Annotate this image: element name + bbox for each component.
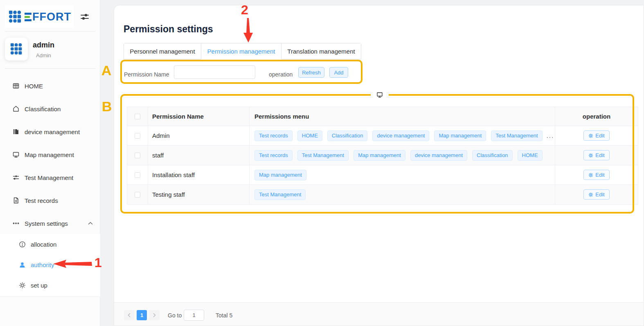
sidebar-item-classification[interactable]: Classification [0,97,100,120]
sidebar-item-map-management[interactable]: Map management [0,143,100,166]
page-title: Permission settings [124,24,213,35]
edit-button-label: Edit [595,152,604,158]
gear-icon [588,173,593,178]
sidebar-item-label: Classification [25,106,61,112]
sidebar-item-label: allocation [31,241,56,248]
select-all-checkbox[interactable] [135,114,140,119]
sidebar-item-device-management[interactable]: device management [0,120,100,143]
permission-tag: Test Management [297,150,349,161]
permission-tag: Test Management [254,189,306,200]
effort-logo-icon [8,10,22,24]
row-checkbox[interactable] [135,192,140,198]
refresh-button[interactable]: Refresh [298,67,324,78]
sidebar-item-authority[interactable]: authority [0,254,100,275]
sidebar-item-system-settings[interactable]: System settings [0,212,100,235]
user-name: admin [33,41,54,49]
operation-label: operation [269,71,293,78]
permission-tags: Map management [254,170,306,180]
document-icon [12,197,20,204]
sidebar-item-label: set up [31,282,47,289]
brand-logo: FFORT [5,6,74,28]
tab-personnel-management[interactable]: Personnel management [124,43,201,59]
sliders-icon [12,174,20,181]
pagination-prev-button[interactable] [124,310,134,320]
system-settings-submenu: allocation authority set up [0,234,100,297]
row-checkbox[interactable] [135,172,140,178]
permission-tags: Test Management [254,189,306,200]
permission-name-cell: Admin [148,126,250,145]
permission-name-cell: staff [148,146,250,165]
permissions-table: Permission Name Permissions menu operati… [127,107,638,205]
tab-permission-management[interactable]: Permission management [201,43,281,59]
add-button[interactable]: Add [329,67,348,78]
goto-page-input[interactable] [184,310,204,321]
sidebar-item-label: Test Management [25,174,73,181]
gear-icon [588,133,593,138]
permission-tag: HOME [297,130,322,141]
chevron-up-icon [88,222,93,225]
row-checkbox[interactable] [135,133,140,139]
permission-tag: HOME [518,150,543,161]
permission-tag: Test records [254,130,293,141]
permission-name-label: Permission Name [124,71,169,78]
book-icon [12,128,20,135]
permission-tag: Test records [254,150,293,161]
table-row: Testing staff Test Management Edit [127,185,638,205]
sidebar: FFORT admin Admin HOME Classification [0,0,100,326]
edit-button[interactable]: Edit [583,170,609,180]
grid-icon [12,82,20,90]
permission-tags: Test recordsHOMEClassificationdevice man… [254,130,543,141]
divider [5,31,95,31]
user-role: Admin [36,52,51,58]
sidebar-item-label: HOME [25,83,43,90]
permission-name-input[interactable] [174,65,255,79]
sidebar-item-label: Map management [25,151,74,158]
logo-letter-e [25,13,32,21]
permission-tags: Test recordsTest ManagementMap managemen… [254,150,543,161]
sidebar-item-home[interactable]: HOME [0,74,100,97]
chevron-left-icon [127,313,131,317]
column-header-operation: operation [555,107,638,126]
sidebar-item-label: Test records [25,197,58,204]
edit-button[interactable]: Edit [583,189,609,200]
pagination-page-1[interactable]: 1 [137,310,147,320]
monitor-cursor-icon [376,91,383,99]
row-checkbox[interactable] [135,153,140,158]
tags-overflow: ... [547,132,554,139]
sidebar-item-test-records[interactable]: Test records [0,189,100,212]
alert-circle-icon [19,241,26,248]
permission-tag: device management [410,150,467,161]
table-row: Admin Test recordsHOMEClassificationdevi… [127,126,638,146]
divider [5,68,95,69]
edit-button-label: Edit [595,172,604,178]
sidebar-item-allocation[interactable]: allocation [0,234,100,254]
sidebar-item-set-up[interactable]: set up [0,275,100,295]
sidebar-item-label: authority [31,261,54,268]
permission-tag: Map management [354,150,405,161]
brand-name: FFORT [25,11,71,22]
column-header-permission-name: Permission Name [148,107,250,126]
permission-tag: Test Management [491,130,542,141]
table-row: Installation staff Map management Edit [127,165,638,185]
edit-button[interactable]: Edit [583,130,609,141]
column-header-permissions-menu: Permissions menu [250,107,555,126]
permission-name-cell: Testing staff [148,185,250,204]
edit-button[interactable]: Edit [583,150,609,160]
pagination-next-button[interactable] [149,310,160,320]
sidebar-collapse-icon[interactable] [80,12,89,21]
home-icon [12,105,20,112]
gear-icon [588,153,593,158]
table-row: staff Test recordsTest ManagementMap man… [127,146,638,165]
permission-tag: device management [372,130,429,141]
sidebar-item-label: System settings [25,220,68,227]
annotation-label-b: B [102,99,112,113]
annotation-label-a: A [101,63,112,77]
sidebar-item-test-management[interactable]: Test Management [0,166,100,189]
ellipsis-icon [12,220,20,227]
goto-label: Go to [168,312,182,319]
total-count: Total 5 [216,312,232,319]
table-header-row: Permission Name Permissions menu operati… [127,107,638,126]
gear-icon [19,282,26,289]
tab-translation-management[interactable]: Translation management [281,43,361,59]
permission-tag: Map management [434,130,486,141]
